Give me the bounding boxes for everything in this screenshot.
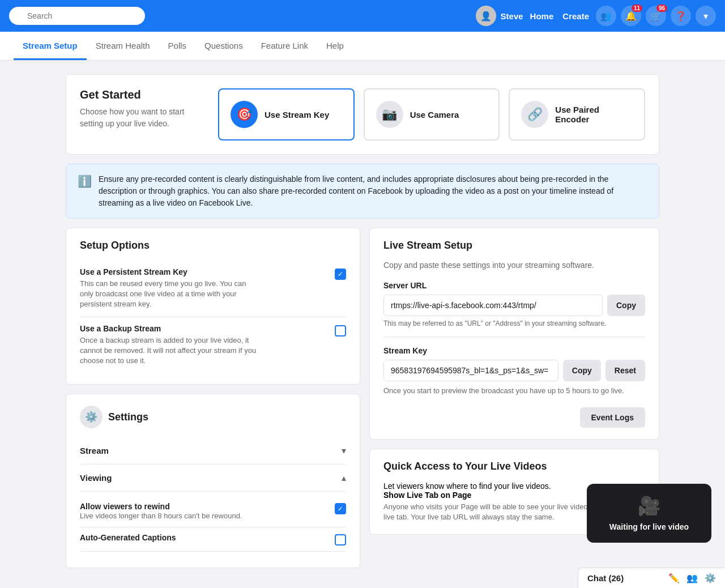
stream-key-row: Copy Reset [383,360,645,381]
alerts-button[interactable]: 🛒 96 [646,6,666,26]
topnav-right: 👤 Steve Home Create 👥 🔔 11 🛒 96 ❓ ▾ [476,6,716,26]
get-started-title: Get Started [80,88,204,101]
tab-stream-health[interactable]: Stream Health [87,32,159,60]
info-banner-text: Ensure any pre-recorded content is clear… [99,173,647,209]
viewing-chevron-icon: ▴ [342,472,346,483]
option-cards: 🎯 Use Stream Key 📷 Use Camera 🔗 Use Pair… [218,88,645,140]
auto-captions-item: Auto-Generated Captions ✓ [80,527,346,552]
notification-badge: 11 [632,5,642,12]
live-stream-setup-subtitle: Copy and paste these settings into your … [383,261,645,270]
persistent-stream-key-desc: This can be reused every time you go liv… [80,279,261,310]
live-stream-setup-card: Live Stream Setup Copy and paste these s… [369,228,659,440]
chatbar-label: Chat (26) [587,573,662,582]
more-button[interactable]: ▾ [696,6,716,26]
event-logs-row: Event Logs [383,407,645,428]
stream-key-label: Use Stream Key [265,110,329,120]
allow-rewind-checkbox[interactable]: ✓ [335,503,346,514]
left-column: Setup Options Use a Persistent Stream Ke… [66,228,360,568]
settings-title: Settings [108,411,148,423]
top-navigation: 🔍 👤 Steve Home Create 👥 🔔 11 🛒 96 ❓ ▾ [0,0,725,32]
home-link[interactable]: Home [528,11,556,21]
search-input[interactable] [9,7,145,25]
allow-rewind-desc: Live videos longer than 8 hours can't be… [80,511,242,521]
field-divider [383,336,645,337]
settings-icon: ⚙️ [80,406,103,428]
backup-stream-desc: Once a backup stream is added to your li… [80,335,261,367]
reset-stream-key-button[interactable]: Reset [605,360,645,381]
server-url-row: Copy [383,295,645,316]
main-content: Get Started Choose how you want to start… [57,61,668,582]
tab-help[interactable]: Help [317,32,353,60]
event-logs-button[interactable]: Event Logs [580,407,645,428]
chatbar-settings-button[interactable]: ⚙️ [705,573,716,582]
setup-options-card: Setup Options Use a Persistent Stream Ke… [66,228,360,385]
get-started-text: Get Started Choose how you want to start… [80,88,204,130]
paired-encoder-label: Use Paired Encoder [555,105,633,124]
tab-stream-setup[interactable]: Stream Setup [14,32,87,60]
stream-key-icon: 🎯 [231,101,258,128]
avatar[interactable]: 👤 [476,6,496,26]
chatbar: Chat (26) ✏️ 👥 ⚙️ [578,568,725,582]
viewing-section-toggle[interactable]: Viewing ▴ [80,465,346,492]
option-stream-key[interactable]: 🎯 Use Stream Key [218,88,355,140]
auto-captions-checkbox[interactable]: ✓ [335,534,346,546]
waiting-overlay: 🎥 Waiting for live video [587,484,711,543]
stream-key-input[interactable] [383,360,558,381]
backup-stream-label: Use a Backup Stream [80,324,261,333]
settings-card: ⚙️ Settings Stream ▾ Viewing ▴ Allow vie… [66,394,360,568]
alert-badge: 96 [656,5,667,12]
stream-key-label: Stream Key [383,346,645,355]
copy-server-url-button[interactable]: Copy [607,295,645,316]
tab-bar: Stream Setup Stream Health Polls Questio… [0,32,725,61]
allow-rewind-item: Allow viewers to rewind Live videos long… [80,496,346,527]
tab-polls[interactable]: Polls [159,32,196,60]
chatbar-expand-button[interactable]: ✏️ [668,573,680,582]
copy-stream-key-button[interactable]: Copy [563,360,601,381]
viewing-section-label: Viewing [80,473,112,483]
username-label: Steve [501,11,523,21]
stream-section-label: Stream [80,446,109,455]
backup-stream-text: Use a Backup Stream Once a backup stream… [80,324,261,367]
info-icon: ℹ️ [78,174,92,188]
live-stream-setup-title: Live Stream Setup [383,240,645,252]
show-live-tab-label: Show Live Tab on Page [383,491,616,500]
allow-rewind-text: Allow viewers to rewind Live videos long… [80,502,242,521]
tab-feature-link[interactable]: Feature Link [252,32,317,60]
settings-header: ⚙️ Settings [80,406,346,428]
tab-questions[interactable]: Questions [195,32,252,60]
camera-label: Use Camera [410,110,459,120]
get-started-card: Get Started Choose how you want to start… [66,74,659,155]
friends-button[interactable]: 👥 [596,6,616,26]
viewing-content: Allow viewers to rewind Live videos long… [80,492,346,556]
show-live-tab-text: Show Live Tab on Page Anyone who visits … [383,491,616,522]
auto-captions-text: Auto-Generated Captions [80,533,176,542]
create-link[interactable]: Create [560,11,591,21]
persistent-stream-key-row: Use a Persistent Stream Key This can be … [80,261,346,317]
help-button[interactable]: ❓ [671,6,691,26]
paired-encoder-icon: 🔗 [521,101,548,128]
waiting-video-icon: 🎥 [638,495,660,517]
backup-stream-checkbox[interactable]: ✓ [335,325,346,336]
waiting-text: Waiting for live video [609,522,689,531]
quick-access-title: Quick Access to Your Live Videos [383,461,645,472]
stream-section-toggle[interactable]: Stream ▾ [80,437,346,465]
server-url-input[interactable] [383,295,603,316]
auto-captions-label: Auto-Generated Captions [80,533,176,542]
chatbar-users-button[interactable]: 👥 [686,573,698,582]
two-col-layout: Setup Options Use a Persistent Stream Ke… [66,228,659,568]
allow-rewind-label: Allow viewers to rewind [80,502,242,511]
notifications-button[interactable]: 🔔 11 [621,6,641,26]
server-url-label: Server URL [383,281,645,290]
server-url-hint: This may be referred to as "URL" or "Add… [383,319,645,327]
option-camera[interactable]: 📷 Use Camera [364,88,500,140]
info-banner: ℹ️ Ensure any pre-recorded content is cl… [66,164,659,219]
stream-key-hint: Once you start to preview the broadcast … [383,386,645,396]
show-live-tab-desc: Anyone who visits your Page will be able… [383,502,616,522]
persistent-stream-key-label: Use a Persistent Stream Key [80,267,261,276]
persistent-stream-key-checkbox[interactable]: ✓ [335,269,346,280]
stream-chevron-icon: ▾ [342,445,346,456]
setup-options-title: Setup Options [80,240,346,252]
persistent-stream-key-text: Use a Persistent Stream Key This can be … [80,267,261,310]
option-paired-encoder[interactable]: 🔗 Use Paired Encoder [509,88,645,140]
search-wrap: 🔍 [9,7,145,25]
